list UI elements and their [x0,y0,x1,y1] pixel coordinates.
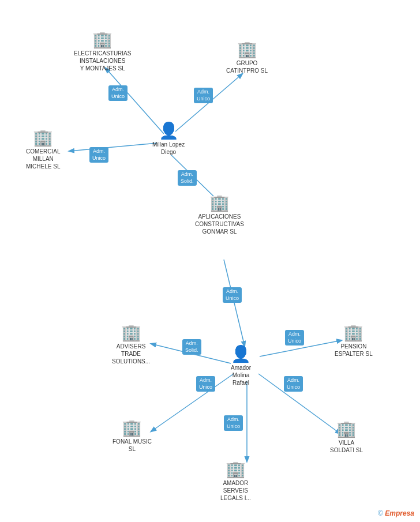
node-label: GRUPO CATINTPRO SL [226,59,268,74]
node-electricasturias[interactable]: 🏢 ELECTRICASTURIAS INSTALACIONES Y MONTA… [74,32,131,72]
building-icon: 🏢 [237,42,257,58]
node-grupo-catintpro[interactable]: 🏢 GRUPO CATINTPRO SL [226,42,268,74]
badge-label: Adm.Unico [194,88,213,103]
node-label: Millan Lopez Diego [152,141,185,156]
badge-label: Adm.Unico [108,85,127,101]
badge-label: Adm.Unico [284,376,303,392]
node-millan-lopez[interactable]: 👤 Millan Lopez Diego [152,123,185,156]
node-amador-serveis[interactable]: 🏢 AMADOR SERVEIS LEGALS I... [220,461,251,502]
diagram-container: 🏢 ELECTRICASTURIAS INSTALACIONES Y MONTA… [0,0,420,522]
building-icon: 🏢 [336,421,357,437]
node-villa-soldati[interactable]: 🏢 VILLA SOLDATI SL [330,421,363,454]
person-icon: 👤 [159,123,179,139]
building-icon: 🏢 [92,32,112,48]
badge-label: Adm.Unico [223,287,242,303]
badge-adm-unico-5: Adm.Unico [285,330,304,346]
badge-label: Adm.Unico [285,330,304,346]
badge-adm-unico-1: Adm.Unico [108,85,127,101]
node-label: VILLA SOLDATI SL [330,439,363,454]
badge-adm-unico-6: Adm.Unico [196,376,215,392]
badge-label: Adm.Unico [89,147,108,163]
badge-label: Adm.Solid. [178,170,197,186]
copyright-symbol: © [378,509,383,517]
building-icon: 🏢 [121,325,141,341]
badge-label: Adm.Unico [224,415,243,431]
node-comercial-millan[interactable]: 🏢 COMERCIAL MILLAN MICHELE SL [26,130,60,170]
svg-line-7 [151,374,234,431]
building-icon: 🏢 [122,420,142,436]
badge-adm-unico-3: Adm.Unico [89,147,108,163]
badge-adm-solid-1: Adm.Solid. [178,170,197,186]
node-label: ELECTRICASTURIAS INSTALACIONES Y MONTAJE… [74,50,131,72]
badge-adm-unico-8: Adm.Unico [224,415,243,431]
node-label: PENSION ESPALTER SL [335,343,373,358]
badge-adm-solid-2: Adm.Solid. [182,339,201,355]
node-label: Amador Molina Rafael [231,364,251,386]
node-advisers-trade[interactable]: 🏢 ADVISERS TRADE SOLUTIONS... [112,325,150,365]
brand-name: Empresa [385,509,414,517]
node-aplicaciones[interactable]: 🏢 APLICACIONES CONSTRUCTIVAS GONMAR SL [195,195,244,235]
badge-label: Adm.Solid. [182,339,201,355]
building-icon-orange: 🏢 [209,195,230,211]
building-icon: 🏢 [226,461,246,478]
building-icon: 🏢 [343,325,363,341]
badge-adm-unico-2: Adm.Unico [194,88,213,103]
building-icon: 🏢 [33,130,53,146]
person-icon: 👤 [231,346,251,362]
badge-label: Adm.Unico [196,376,215,392]
node-pension-espalter[interactable]: 🏢 PENSION ESPALTER SL [335,325,373,358]
node-label: COMERCIAL MILLAN MICHELE SL [26,148,60,170]
node-label: AMADOR SERVEIS LEGALS I... [220,479,251,502]
node-label: FONAL MUSIC SL [112,438,152,453]
node-amador-molina[interactable]: 👤 Amador Molina Rafael [231,346,251,386]
watermark: © Empresa [378,509,414,517]
node-label: ADVISERS TRADE SOLUTIONS... [112,343,150,365]
node-fonal-music[interactable]: 🏢 FONAL MUSIC SL [112,420,152,453]
badge-adm-unico-7: Adm.Unico [284,376,303,392]
node-label: APLICACIONES CONSTRUCTIVAS GONMAR SL [195,213,244,235]
badge-adm-unico-4: Adm.Unico [223,287,242,303]
svg-line-2 [69,143,157,151]
